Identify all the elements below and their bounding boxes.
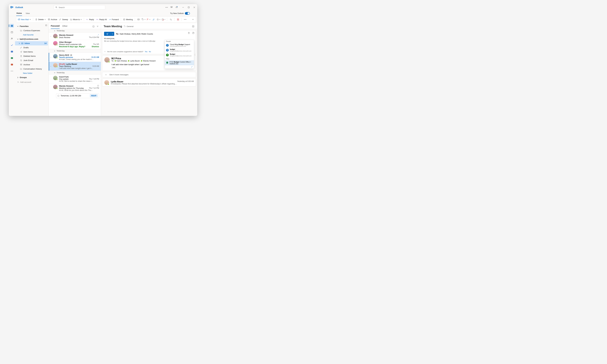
add-favorite-link[interactable]: Add favorite — [15, 33, 48, 37]
see-more-button[interactable]: See 4 more messages — [102, 72, 196, 77]
rail-people-icon[interactable] — [10, 37, 14, 40]
folder-junk[interactable]: Junk Email — [15, 58, 48, 63]
compose-line1[interactable]: Hi everyone, — [104, 37, 194, 39]
message-item-wanda2[interactable]: Wanda Howard Meeting options for Thursda… — [49, 84, 101, 92]
folder-inbox[interactable]: Inbox14 — [15, 41, 48, 45]
more-icon[interactable] — [184, 18, 187, 21]
forward-button[interactable]: Forward — [109, 18, 119, 21]
tab-focused[interactable]: Focused — [51, 25, 60, 29]
send-split-icon[interactable] — [110, 33, 114, 35]
svg-text:P: P — [12, 64, 12, 65]
delete-draft-icon[interactable] — [188, 32, 190, 35]
rsvp-button[interactable]: RSVP — [90, 94, 98, 97]
send-button[interactable] — [104, 32, 114, 36]
rules-icon[interactable] — [162, 18, 165, 21]
message-item-henry[interactable]: › Henry Brill2 Tennis pictures11:21 AM H… — [49, 53, 101, 62]
folder-archive[interactable]: Archive — [15, 63, 48, 67]
suggest-item[interactable]: Bbudgetbudget585@service.microsoft.com — [165, 48, 194, 52]
overflow-icon[interactable] — [165, 6, 168, 9]
avatar-icon — [53, 85, 57, 89]
rail-more-icon[interactable] — [10, 69, 14, 73]
tab-home[interactable]: Home — [16, 11, 22, 16]
close-icon[interactable] — [193, 6, 196, 9]
reply-button[interactable]: Reply — [86, 18, 94, 21]
svg-point-6 — [167, 7, 168, 8]
suggest-header-files: Files — [165, 57, 194, 60]
add-account-button[interactable]: Add account — [15, 79, 48, 85]
rail-todo-icon[interactable] — [10, 43, 14, 47]
filter-icon[interactable] — [96, 25, 99, 28]
clock-icon[interactable] — [157, 18, 160, 21]
feedback-no[interactable]: No — [149, 51, 151, 52]
ribbon-expand-icon[interactable] — [191, 18, 194, 21]
folder-drafts[interactable]: Drafts — [15, 45, 48, 50]
new-mail-button[interactable]: New Mail — [18, 18, 31, 21]
tag-icon[interactable] — [142, 18, 145, 21]
readunread-icon[interactable] — [137, 18, 140, 21]
date-group-yesterday-3[interactable]: Yesterday — [49, 71, 101, 75]
flag-icon[interactable] — [147, 18, 150, 21]
tab-view[interactable]: View — [25, 11, 30, 16]
new-folder-link[interactable]: New folder — [15, 71, 48, 75]
groups-section[interactable]: Groups — [15, 75, 48, 79]
tab-other[interactable]: Other — [62, 25, 67, 29]
add-to-board-icon[interactable] — [192, 25, 195, 28]
chevron-right-icon[interactable]: › — [50, 63, 52, 69]
selectall-icon[interactable] — [92, 25, 95, 28]
rail-word-icon[interactable]: W — [10, 50, 14, 53]
message-item-lydia[interactable]: › [Draft] Lydia Bauer Team Meeting9:20 A… — [49, 62, 101, 71]
folder-sent[interactable]: Sent Items — [15, 50, 48, 54]
archive-button[interactable]: Archive — [48, 18, 57, 21]
chevron-right-icon[interactable]: › — [50, 54, 52, 60]
try-new-outlook[interactable]: Try New Outlook — [170, 12, 190, 15]
minimize-icon[interactable] — [182, 6, 185, 9]
pin-icon[interactable] — [152, 18, 155, 21]
toggle-icon[interactable] — [185, 12, 190, 15]
search-input[interactable] — [59, 6, 104, 9]
message-item-allan[interactable]: Allan Munger Please send customer infoTh… — [49, 40, 101, 49]
rsvp-card[interactable]: Tomorrow, 11:00 AM (30r RSVP — [56, 93, 99, 98]
sweep-button[interactable]: Sweep — [59, 18, 68, 21]
suggest-item[interactable]: CCloud Mktg Budget Supportcebudsup@micro… — [165, 43, 194, 48]
rail-powerpoint-icon[interactable]: P — [10, 63, 14, 66]
popout-icon[interactable] — [192, 32, 194, 35]
teaching-icon[interactable] — [170, 6, 173, 9]
undo-icon[interactable] — [169, 18, 172, 21]
suggest-file[interactable]: XFY22 Budget Control Office + Outlook.xl… — [165, 60, 194, 65]
account-section[interactable]: katri@contoso.com — [15, 37, 48, 41]
collapse-pane-icon[interactable] — [45, 24, 48, 27]
to-recipients[interactable]: Katri Ahokas; Henry Brill; Robin Counts — [120, 33, 153, 35]
chevron-right-icon[interactable]: › — [50, 34, 52, 39]
moveto-button[interactable]: Move to — [70, 18, 82, 21]
svg-rect-43 — [45, 25, 47, 26]
favorites-section[interactable]: Favorites — [15, 24, 48, 28]
delete-button[interactable]: Delete — [35, 18, 46, 21]
svg-rect-22 — [177, 19, 178, 19]
date-group-yesterday-1[interactable]: Yesterday — [49, 29, 101, 33]
rail-mail-icon[interactable] — [10, 24, 14, 28]
category-chip[interactable]: General — [124, 25, 133, 27]
suggest-item[interactable]: BBudgetBudget923@service.microsoft.com — [165, 52, 194, 57]
message-item-cecil[interactable]: Cecil Fork Org updateThu 7:19 PM Hi All,… — [49, 75, 101, 84]
apps-icon[interactable] — [176, 18, 179, 21]
folder-deleted[interactable]: Deleted Items — [15, 54, 48, 58]
meeting-button[interactable]: Meeting — [123, 18, 133, 21]
pin-icon[interactable] — [97, 34, 99, 36]
reading-subject: Team Meeting — [104, 25, 122, 28]
search-box[interactable] — [54, 5, 105, 10]
edit-suggest-icon[interactable] — [191, 66, 193, 68]
rail-calendar-icon[interactable] — [10, 30, 14, 34]
message-item-wanda[interactable]: › Wanda Howard Deck ReviewThu 6:54 PM — [49, 33, 101, 40]
date-group-yesterday-2[interactable]: Yesterday — [49, 49, 101, 53]
dismiss-button[interactable]: Dismiss — [92, 45, 99, 48]
bell-icon[interactable] — [175, 6, 178, 9]
read-message-lydia[interactable]: Lydia BauerYesterday at 9:00 AM Hi every… — [102, 78, 196, 87]
replyall-button[interactable]: Reply All — [96, 18, 107, 21]
maximize-icon[interactable] — [187, 6, 190, 9]
feedback-yes[interactable]: Yes — [145, 51, 148, 52]
highlight-text: Received 6 days ago. Reply? — [59, 45, 85, 48]
folder-history[interactable]: Conversation History — [15, 67, 48, 71]
rail-excel-icon[interactable]: X — [10, 56, 14, 60]
folder-contoso-expenses[interactable]: Contoso Expenses — [15, 28, 48, 33]
message-more-icon[interactable]: ••• — [111, 66, 116, 69]
